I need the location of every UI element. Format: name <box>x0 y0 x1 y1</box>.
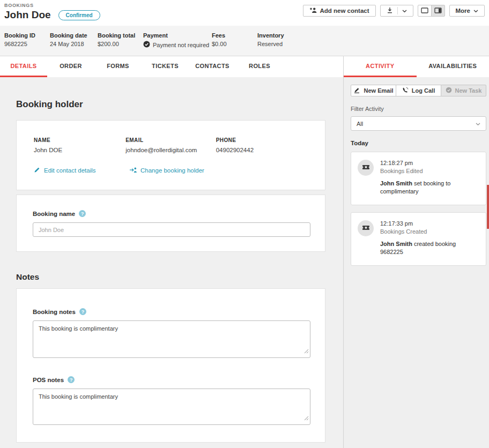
add-new-contact-button[interactable]: Add new contact <box>303 5 376 17</box>
layout-full-icon <box>421 6 428 16</box>
help-icon[interactable]: ? <box>79 210 86 217</box>
booking-name-input[interactable] <box>33 222 310 237</box>
summary-label: Booking date <box>50 32 98 39</box>
notes-card: Booking notes ? This booking is complime… <box>16 288 325 443</box>
edit-contact-details-link[interactable]: Edit contact details <box>34 167 96 174</box>
pos-notes-textarea[interactable]: This booking is complimentary <box>33 389 310 425</box>
notes-heading: Notes <box>16 272 325 282</box>
summary-value: 9682225 <box>4 41 50 47</box>
scrollbar-thumb[interactable] <box>487 185 489 229</box>
avatar <box>358 220 374 236</box>
summary-payment: Payment Payment not required <box>143 32 212 56</box>
activity-message: John Smith created booking 9682225 <box>380 240 480 257</box>
details-tab-content: Booking holder NAME John DOE EMAIL johnd… <box>0 77 343 448</box>
export-dropdown-button[interactable] <box>380 5 413 17</box>
activity-group-label: Today <box>351 140 486 146</box>
tab-forms[interactable]: FORMS <box>94 56 142 77</box>
main-column: DETAILS ORDER FORMS TICKETS CONTACTS ROL… <box>0 56 344 448</box>
booking-holder-heading: Booking holder <box>16 99 325 110</box>
tab-tickets[interactable]: TICKETS <box>142 56 189 77</box>
phone-icon <box>402 87 409 94</box>
avatar <box>358 160 374 176</box>
edit-contact-details-label: Edit contact details <box>44 167 96 174</box>
activity-item[interactable]: 12:18:27 pm Bookings Edited John Smith s… <box>351 152 486 205</box>
help-icon[interactable]: ? <box>79 308 86 315</box>
activity-item[interactable]: 12:17:33 pm Bookings Created John Smith … <box>351 212 486 266</box>
summary-inventory: Inventory Reserved <box>257 32 284 56</box>
activity-actor: John Smith <box>380 241 412 247</box>
booking-summary-bar: Booking ID 9682225 Booking date 24 May 2… <box>0 26 489 56</box>
summary-booking-date: Booking date 24 May 2018 <box>50 32 98 56</box>
tab-roles[interactable]: ROLES <box>236 56 283 77</box>
new-email-label: New Email <box>364 87 393 94</box>
layout-toggle-group <box>418 5 445 17</box>
pencil-icon <box>34 167 40 174</box>
holder-email-field: EMAIL johndoe@rollerdigital.com <box>125 137 216 153</box>
field-value: 04902902442 <box>216 147 308 153</box>
activity-actor: John Smith <box>380 180 412 186</box>
field-label: PHONE <box>216 137 308 143</box>
booking-notes-label: Booking notes <box>33 309 76 315</box>
new-task-button[interactable]: New Task <box>441 85 486 96</box>
person-plus-icon <box>309 7 317 14</box>
more-dropdown-button[interactable]: More <box>449 5 485 17</box>
filter-activity-value: All <box>357 121 363 127</box>
activity-type: Bookings Edited <box>380 168 480 174</box>
summary-value: 24 May 2018 <box>50 41 98 47</box>
more-label: More <box>456 8 470 14</box>
booking-name-card: Booking name ? <box>16 195 325 252</box>
booking-notes-textarea[interactable]: This booking is complimentary <box>33 320 310 358</box>
summary-label: Payment <box>143 32 212 39</box>
layout-full-toggle[interactable] <box>418 5 432 17</box>
log-call-button[interactable]: Log Call <box>396 85 441 96</box>
booking-holder-card: NAME John DOE EMAIL johndoe@rollerdigita… <box>16 120 325 190</box>
layout-split-icon <box>434 6 442 16</box>
new-task-label: New Task <box>455 87 482 94</box>
ticket-icon <box>362 223 370 233</box>
summary-label: Booking ID <box>4 32 50 39</box>
page-header: BOOKINGS John Doe Confirmed Add new cont… <box>0 0 489 26</box>
activity-type: Bookings Created <box>380 228 480 235</box>
field-label: NAME <box>34 137 125 143</box>
breadcrumb: BOOKINGS <box>4 3 100 8</box>
summary-fees: Fees $0.00 <box>212 32 257 56</box>
new-email-button[interactable]: New Email <box>351 85 396 96</box>
activity-panel: ACTIVITY AVAILABILITIES New Email Log Ca… <box>344 56 489 448</box>
filter-activity-label: Filter Activity <box>351 106 486 112</box>
tab-details[interactable]: DETAILS <box>0 56 47 77</box>
summary-label: Inventory <box>257 32 284 39</box>
page-title: John Doe <box>4 9 51 21</box>
payment-check-circle-icon <box>143 41 150 49</box>
summary-value: Reserved <box>257 41 284 47</box>
booking-tabs: DETAILS ORDER FORMS TICKETS CONTACTS ROL… <box>0 56 343 77</box>
layout-split-toggle[interactable] <box>431 5 445 17</box>
check-circle-icon <box>446 87 452 94</box>
summary-label: Booking total <box>98 32 143 39</box>
log-call-label: Log Call <box>412 87 435 94</box>
summary-label: Fees <box>212 32 257 39</box>
panel-tabs: ACTIVITY AVAILABILITIES <box>344 56 489 77</box>
filter-activity-select[interactable]: All <box>351 116 486 131</box>
add-new-contact-label: Add new contact <box>320 8 369 14</box>
help-icon[interactable]: ? <box>68 376 75 383</box>
summary-value: $200.00 <box>98 41 143 47</box>
status-badge: Confirmed <box>58 10 100 20</box>
tab-activity[interactable]: ACTIVITY <box>344 56 417 77</box>
button-divider <box>397 7 398 14</box>
swap-person-icon <box>129 167 137 174</box>
tab-contacts[interactable]: CONTACTS <box>189 56 236 77</box>
chevron-down-icon <box>473 8 478 14</box>
activity-action-group: New Email Log Call New Task <box>351 85 486 96</box>
activity-time: 12:17:33 pm <box>380 220 480 227</box>
change-booking-holder-link[interactable]: Change booking holder <box>129 167 204 174</box>
summary-value: $0.00 <box>212 41 257 47</box>
holder-phone-field: PHONE 04902902442 <box>216 137 308 153</box>
pencil-line-icon <box>353 87 360 94</box>
chevron-down-icon <box>476 121 480 127</box>
pos-notes-label: POS notes <box>33 377 64 383</box>
tab-availabilities[interactable]: AVAILABILITIES <box>417 56 489 77</box>
chevron-down-icon <box>402 8 407 14</box>
summary-booking-id: Booking ID 9682225 <box>4 32 50 56</box>
tab-order[interactable]: ORDER <box>47 56 94 77</box>
field-label: EMAIL <box>125 137 216 143</box>
